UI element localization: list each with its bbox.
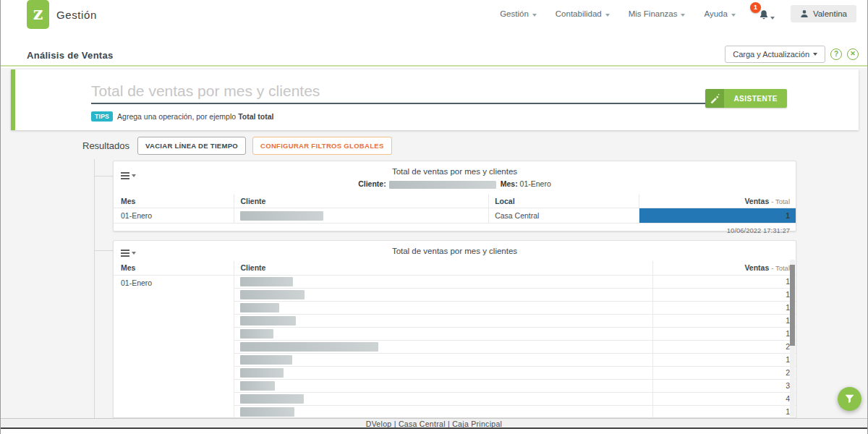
table-header-row: Mes Cliente Local Ventas- Total [114,195,796,208]
nav-item-label: Mis Finanzas [629,9,678,18]
cliente-cell [234,353,653,366]
results-table-body: 01-Enero11111212341 [114,275,796,418]
notifications-button[interactable]: 1 [754,7,772,21]
cliente-cell [234,275,653,288]
table-header-row: Mes Cliente Ventas- Total [114,261,796,275]
cliente-cell [234,314,653,327]
col-header-mes[interactable]: Mes [114,261,234,275]
chevron-down-icon [532,14,537,17]
redacted-client [240,368,284,378]
ventas-cell: 1 [653,301,796,314]
card-title: Total de ventas por mes y clientes [114,161,796,176]
cliente-cell [234,379,653,392]
redacted-client [240,329,273,339]
nav-item-label: Contabilidad [556,9,602,18]
assistant-label: ASISTENTE [724,89,787,108]
redacted-client [240,316,296,326]
cliente-cell [234,301,653,314]
result-card-summary: Total de ventas por mes y clientes Clien… [113,161,796,231]
results-label: Resultados [82,140,129,151]
notification-badge: 1 [750,2,761,13]
cliente-cell [234,288,653,301]
redacted-client [240,407,294,417]
user-name: Valentina [813,9,847,18]
redacted-client [240,342,378,352]
nav-item-ayuda[interactable]: Ayuda [704,9,735,18]
ventas-cell: 1 [653,405,796,418]
hamburger-icon [121,171,129,181]
redacted-client [240,211,323,221]
carga-actualizacion-dropdown[interactable]: Carga y Actualización [725,46,825,63]
user-menu-button[interactable]: Valentina [791,5,856,22]
col-header-ventas[interactable]: Ventas- Total [653,261,796,275]
close-icon[interactable]: ✕ [847,48,859,60]
cliente-cell [234,340,653,353]
ventas-cell: 1 [653,275,796,288]
nav-item-contabilidad[interactable]: Contabilidad [556,9,610,18]
ventas-cell: 3 [653,379,796,392]
card-filters: Cliente:Mes: 01-Enero [114,179,796,189]
redacted-client-value [389,181,496,189]
configure-global-filters-button[interactable]: CONFIGURAR FILTROS GLOBALES [252,137,391,155]
chevron-down-icon [132,252,136,255]
chevron-down-icon [770,17,775,20]
nav-item-label: Ayuda [704,9,727,18]
ventas-cell: 2 [653,340,796,353]
ventas-cell: 1 [653,353,796,366]
funnel-icon [845,394,854,404]
top-nav: Gestión Contabilidad Mis Finanzas Ayuda … [500,0,856,27]
result-card-detail: Total de ventas por mes y clientes Mes C… [113,240,796,418]
chevron-down-icon [681,14,685,17]
mes-cell: 01-Enero [114,275,234,418]
top-header: z Gestión Gestión Contabilidad Mis Finan… [1,0,867,41]
col-header-ventas[interactable]: Ventas- Total [639,195,796,208]
col-header-mes[interactable]: Mes [114,195,234,208]
cliente-cell [234,327,653,340]
nav-item-gestion[interactable]: Gestión [500,9,537,18]
ventas-bar-cell: 1 [639,208,796,223]
timeline-connector [94,176,113,176]
col-header-cliente[interactable]: Cliente [234,195,489,208]
card-title: Total de ventas por mes y clientes [114,241,796,255]
col-header-cliente[interactable]: Cliente [234,261,653,275]
query-input[interactable] [91,80,724,104]
redacted-client [240,303,279,312]
clear-timeline-button[interactable]: VACIAR LÍNEA DE TIEMPO [137,137,246,155]
scrollbar-track[interactable] [790,260,795,417]
tips-badge: TIPS [91,111,113,122]
cliente-cell [234,208,489,223]
query-panel: TIPS Agrega una operación, por ejemplo T… [11,69,859,130]
redacted-client [240,381,275,391]
col-header-local[interactable]: Local [489,195,639,208]
card-menu-button[interactable] [121,248,136,258]
detail-table: Mes Cliente Ventas- Total 01-Enero111112… [114,261,796,418]
app-title: Gestión [56,9,97,21]
cliente-cell [234,405,653,418]
chevron-down-icon [132,174,136,177]
timeline-line [94,159,95,418]
carga-label: Carga y Actualización [733,50,809,59]
tips-text: Agrega una operación, por ejemplo [117,112,236,121]
redacted-client [240,394,304,404]
bell-icon [759,9,769,20]
redacted-client [240,355,292,365]
tips-row: TIPS Agrega una operación, por ejemplo T… [91,111,274,122]
status-footer: DVelop | Casa Central | Caja Principal [1,418,867,429]
ventas-cell: 1 [653,314,796,327]
page-title: Análisis de Ventas [27,50,114,61]
help-icon[interactable]: ? [830,48,842,60]
timeline-connector [94,250,113,251]
card-menu-button[interactable] [121,171,136,181]
mes-cell: 01-Enero [114,208,234,223]
mes-filter-label: Mes: [501,179,518,188]
wand-icon [705,89,724,108]
brand-logo[interactable]: z [27,0,49,29]
filter-fab-button[interactable] [838,387,861,411]
nav-item-mis-finanzas[interactable]: Mis Finanzas [629,9,686,18]
page-header-bar: Análisis de Ventas Carga y Actualización… [1,41,867,67]
cliente-cell [234,366,653,379]
hamburger-icon [121,248,129,258]
assistant-button[interactable]: ASISTENTE [705,89,787,108]
ventas-cell: 1 [653,327,796,340]
scrollbar-thumb[interactable] [790,265,795,346]
